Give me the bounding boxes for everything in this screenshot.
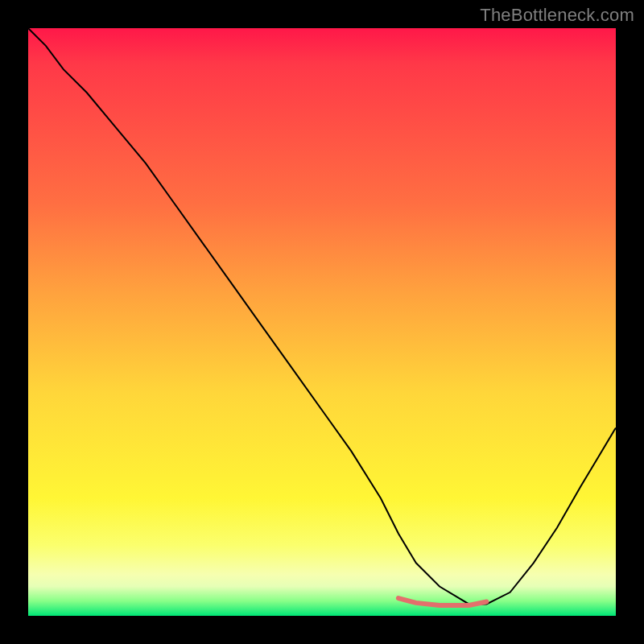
valley-flat-highlight xyxy=(398,598,487,605)
watermark-text: TheBottleneck.com xyxy=(480,5,634,26)
plot-area xyxy=(28,28,616,616)
curve-layer xyxy=(28,28,616,616)
chart-frame: TheBottleneck.com xyxy=(0,0,644,644)
bottleneck-curve xyxy=(28,28,616,604)
